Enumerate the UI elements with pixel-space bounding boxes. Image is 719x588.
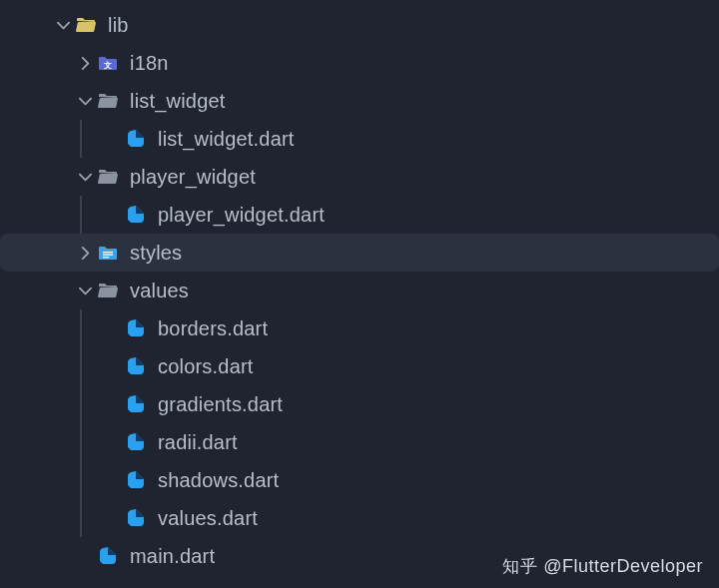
tree-guide-line [80, 461, 82, 499]
folder-i18n-icon [96, 51, 120, 75]
chevron-down-icon [74, 90, 96, 112]
dart-file-icon [124, 203, 148, 227]
tree-guide-line [80, 120, 82, 158]
tree-label: radii.dart [158, 431, 238, 454]
tree-folder-i18n[interactable]: i18n [0, 44, 719, 82]
tree-file-gradients-dart[interactable]: gradients.dart [0, 385, 719, 423]
chevron-down-icon [52, 14, 74, 36]
tree-label: list_widget [130, 90, 226, 113]
tree-file-borders-dart[interactable]: borders.dart [0, 309, 719, 347]
tree-file-player-widget-dart[interactable]: player_widget.dart [0, 196, 719, 234]
dart-file-icon [124, 127, 148, 151]
chevron-down-icon [74, 280, 96, 301]
watermark: 知乎 @FlutterDeveloper [502, 555, 703, 578]
watermark-site: 知乎 [502, 555, 537, 578]
dart-file-icon [124, 316, 148, 340]
tree-label: borders.dart [158, 317, 268, 340]
folder-open-icon [96, 165, 120, 189]
tree-label: i18n [130, 52, 169, 75]
folder-open-icon [74, 13, 98, 37]
folder-styles-icon [96, 241, 120, 265]
tree-guide-line [80, 347, 82, 385]
tree-guide-line [80, 423, 82, 461]
folder-open-icon [96, 89, 120, 113]
tree-label: styles [130, 242, 182, 265]
tree-label: shadows.dart [158, 469, 279, 492]
tree-label: main.dart [130, 545, 215, 568]
tree-label: colors.dart [158, 355, 254, 378]
tree-file-radii-dart[interactable]: radii.dart [0, 423, 719, 461]
tree-guide-line [80, 309, 82, 347]
chevron-down-icon [74, 166, 96, 188]
tree-label: lib [108, 14, 129, 37]
chevron-right-icon [74, 242, 96, 264]
folder-open-icon [96, 279, 120, 302]
tree-label: list_widget.dart [158, 128, 295, 151]
tree-label: values [130, 280, 189, 302]
dart-file-icon [124, 392, 148, 416]
tree-folder-list-widget[interactable]: list_widget [0, 82, 719, 120]
tree-folder-player-widget[interactable]: player_widget [0, 158, 719, 196]
tree-file-values-dart[interactable]: values.dart [0, 499, 719, 537]
dart-file-icon [96, 544, 120, 568]
tree-label: values.dart [158, 507, 258, 530]
dart-file-icon [124, 506, 148, 530]
tree-guide-line [80, 385, 82, 423]
tree-folder-values[interactable]: values [0, 272, 719, 309]
dart-file-icon [124, 354, 148, 378]
tree-folder-lib[interactable]: lib [0, 6, 719, 44]
chevron-right-icon [74, 52, 96, 74]
dart-file-icon [124, 468, 148, 492]
tree-label: player_widget [130, 166, 256, 189]
tree-file-list-widget-dart[interactable]: list_widget.dart [0, 120, 719, 158]
tree-guide-line [80, 196, 82, 234]
dart-file-icon [124, 430, 148, 454]
tree-guide-line [80, 499, 82, 537]
tree-file-colors-dart[interactable]: colors.dart [0, 347, 719, 385]
tree-folder-styles[interactable]: styles [0, 234, 719, 272]
tree-file-shadows-dart[interactable]: shadows.dart [0, 461, 719, 499]
watermark-handle: @FlutterDeveloper [543, 556, 703, 577]
file-tree: lib i18n list_widget list_widget.dart pl… [0, 0, 719, 575]
tree-label: gradients.dart [158, 393, 283, 416]
tree-label: player_widget.dart [158, 204, 325, 227]
